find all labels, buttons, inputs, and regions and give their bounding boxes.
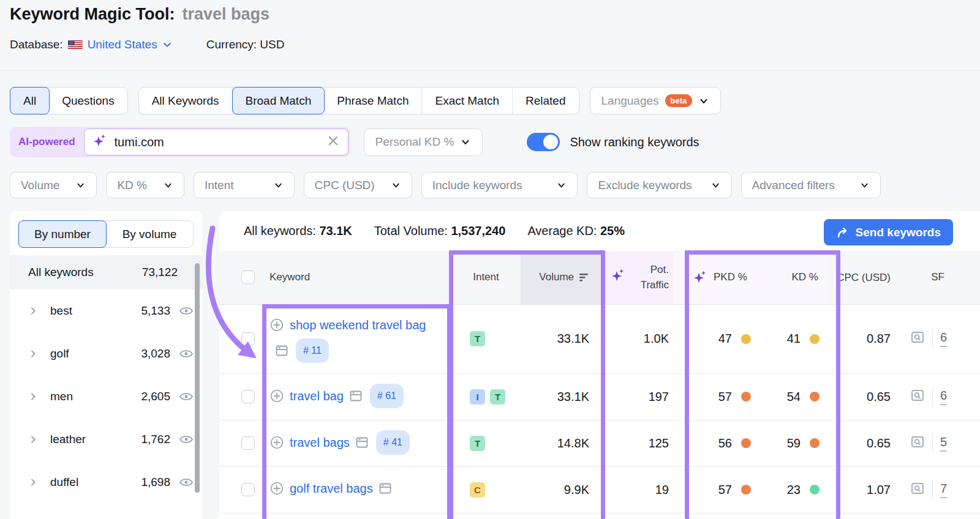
volume-cell: 33.1K: [521, 304, 605, 373]
pkd-cell: 47: [674, 304, 760, 373]
serp-preview-icon[interactable]: [910, 481, 925, 499]
filter-include-keywords[interactable]: Include keywords: [421, 172, 578, 198]
eye-icon[interactable]: [179, 346, 194, 361]
tab-questions[interactable]: Questions: [49, 88, 127, 114]
chevron-right-icon[interactable]: [28, 477, 38, 487]
keyword-link[interactable]: golf travel bags: [290, 482, 373, 495]
intent-cell: T: [451, 420, 521, 466]
tab-broad-match[interactable]: Broad Match: [232, 87, 325, 114]
serp-features-icon[interactable]: [379, 480, 392, 501]
serp-preview-icon[interactable]: [910, 330, 925, 348]
summary-total-volume: Total Volume: 1,537,240: [374, 224, 506, 238]
serp-features-icon[interactable]: [355, 435, 369, 455]
table-header-row: Keyword Intent Volume Pot. Traffic: [219, 251, 980, 304]
add-to-list-icon[interactable]: [270, 481, 284, 502]
column-header-ai-sparkle[interactable]: [605, 251, 633, 304]
column-header-cpc[interactable]: CPC (USD): [828, 251, 895, 304]
sf-cell: 6: [895, 373, 980, 420]
search-input[interactable]: [115, 135, 321, 149]
pkd-value: 57: [718, 483, 732, 497]
chevron-right-icon[interactable]: [28, 306, 38, 316]
eye-icon[interactable]: [179, 432, 194, 447]
sf-count[interactable]: 5: [940, 435, 947, 452]
ranking-position-badge[interactable]: # 11: [296, 338, 329, 363]
keywords-table: Keyword Intent Volume Pot. Traffic: [219, 251, 980, 519]
chevron-right-icon[interactable]: [28, 435, 38, 444]
sf-cell: 7: [895, 466, 980, 513]
personal-kd-dropdown[interactable]: Personal KD %: [364, 129, 483, 156]
pkd-cell: 57: [674, 466, 760, 513]
column-header-keyword[interactable]: Keyword: [263, 251, 451, 304]
row-checkbox[interactable]: [241, 483, 255, 496]
kd-cell: 23: [760, 466, 828, 513]
row-checkbox[interactable]: [241, 436, 255, 450]
column-header-intent[interactable]: Intent: [451, 251, 521, 304]
sidebar-group-row[interactable]: leather 1,762: [10, 418, 202, 461]
column-header-kd[interactable]: KD %: [760, 251, 828, 304]
keyword-link[interactable]: travel bags: [290, 436, 350, 449]
keyword-table-row: golf travel bags C 9.9K 19 57 23 1.07 7: [219, 466, 980, 513]
add-to-list-icon[interactable]: [270, 389, 284, 409]
keyword-link[interactable]: travel bag: [290, 389, 344, 403]
filter-advanced[interactable]: Advanced filters: [741, 172, 881, 198]
sidebar-group-row[interactable]: best 5,133: [10, 289, 202, 332]
sidebar-group-row[interactable]: duffel 1,698: [10, 461, 202, 504]
add-to-list-icon[interactable]: [270, 318, 284, 338]
kd-cell: 41: [760, 304, 828, 373]
eye-icon[interactable]: [179, 389, 194, 404]
intent-badge-t: T: [490, 389, 505, 405]
sf-count[interactable]: 6: [940, 389, 947, 405]
chevron-right-icon[interactable]: [28, 349, 38, 359]
row-checkbox[interactable]: [241, 390, 255, 403]
sidebar-group-row[interactable]: men 2,605: [10, 375, 202, 418]
database-value[interactable]: United States: [88, 38, 157, 51]
database-chevron-down-icon[interactable]: [162, 40, 172, 50]
show-ranking-keywords-toggle[interactable]: [527, 133, 560, 151]
intent-cell: C: [451, 466, 521, 513]
cpc-cell: 0.65: [828, 373, 895, 420]
sidebar-all-keywords-row[interactable]: All keywords 73,122: [10, 255, 202, 289]
serp-features-icon[interactable]: [349, 388, 363, 409]
ranking-position-badge[interactable]: # 41: [376, 430, 410, 455]
keyword-link[interactable]: shop weekend travel bag: [290, 318, 426, 332]
tab-phrase-match[interactable]: Phrase Match: [324, 88, 422, 114]
sort-by-number-tab[interactable]: By number: [18, 220, 107, 248]
sf-count[interactable]: 6: [940, 330, 947, 347]
column-header-sf[interactable]: SF: [895, 251, 980, 304]
tab-exact-match[interactable]: Exact Match: [422, 88, 513, 114]
ai-powered-badge: AI-powered: [10, 136, 84, 148]
sf-count[interactable]: 7: [940, 482, 947, 498]
filter-cpc[interactable]: CPC (USD): [304, 172, 412, 198]
sort-by-volume-tab[interactable]: By volume: [106, 221, 193, 247]
column-header-pkd[interactable]: PKD %: [674, 251, 760, 304]
tab-related[interactable]: Related: [513, 88, 579, 114]
filter-kd[interactable]: KD %: [106, 172, 184, 198]
select-all-checkbox[interactable]: [241, 271, 255, 284]
filter-intent[interactable]: Intent: [194, 172, 295, 198]
languages-dropdown[interactable]: Languages beta: [590, 87, 722, 114]
serp-preview-icon[interactable]: [910, 388, 925, 406]
group-count: 1,698: [141, 476, 170, 489]
sidebar-group-row[interactable]: golf 3,028: [10, 332, 202, 375]
sidebar-scrollbar[interactable]: [195, 263, 200, 493]
tab-all[interactable]: All: [10, 87, 50, 114]
filter-volume[interactable]: Volume: [10, 172, 97, 198]
chevron-right-icon[interactable]: [28, 392, 38, 401]
eye-icon[interactable]: [179, 475, 194, 490]
clear-search-icon[interactable]: [327, 135, 339, 149]
send-keywords-button[interactable]: Send keywords: [824, 219, 953, 245]
serp-features-icon[interactable]: [275, 343, 288, 364]
serp-preview-icon[interactable]: [910, 435, 925, 452]
kd-cell: 54: [760, 373, 828, 420]
tab-all-keywords[interactable]: All Keywords: [139, 88, 233, 114]
add-to-list-icon[interactable]: [270, 435, 284, 456]
ranking-position-badge[interactable]: # 61: [370, 384, 404, 408]
filter-exclude-keywords[interactable]: Exclude keywords: [587, 172, 731, 198]
column-header-pot-traffic[interactable]: Pot. Traffic: [633, 251, 674, 304]
eye-icon[interactable]: [179, 304, 194, 318]
sidebar-sort-toggle: By number By volume: [18, 220, 194, 248]
column-header-volume[interactable]: Volume: [521, 251, 605, 304]
kd-cell: 59: [760, 420, 828, 466]
row-checkbox[interactable]: [241, 332, 255, 346]
sf-cell: 6: [895, 304, 980, 373]
